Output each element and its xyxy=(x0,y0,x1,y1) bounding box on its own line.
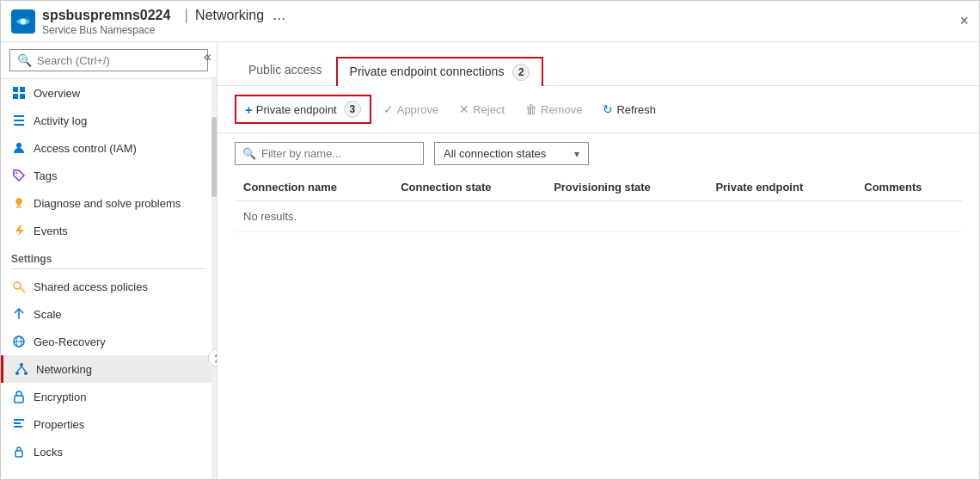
service-bus-icon xyxy=(11,9,35,34)
settings-section-label: Settings xyxy=(1,244,217,268)
sidebar-item-label: Shared access policies xyxy=(34,280,148,293)
properties-icon xyxy=(11,416,27,432)
bolt-icon xyxy=(11,223,27,238)
filter-search-icon: 🔍 xyxy=(242,147,256,160)
resource-name: spsbuspremns0224 xyxy=(42,8,170,23)
collapse-button[interactable]: « xyxy=(204,49,211,65)
svg-rect-25 xyxy=(14,426,22,428)
search-input[interactable] xyxy=(37,54,200,67)
filter-row: 🔍 All connection states ▾ xyxy=(217,133,979,174)
reject-icon: ✕ xyxy=(459,102,469,116)
sidebar-item-label: Events xyxy=(34,225,68,237)
remove-button[interactable]: 🗑 Remove xyxy=(517,98,591,120)
svg-point-19 xyxy=(24,372,28,375)
lock-icon xyxy=(11,389,27,404)
content-area: 🔍 « Overview Activity log xyxy=(1,42,979,479)
step-3-badge: 3 xyxy=(344,101,361,118)
close-button[interactable]: × xyxy=(959,12,969,30)
page-header: Public access Private endpoint connectio… xyxy=(217,42,979,86)
svg-rect-24 xyxy=(14,422,21,424)
globe-icon xyxy=(11,334,27,349)
sidebar-item-label: Locks xyxy=(34,446,63,458)
sidebar-item-label: Encryption xyxy=(34,391,86,403)
svg-rect-23 xyxy=(14,419,24,421)
sidebar-scrollbar[interactable] xyxy=(211,77,217,479)
approve-icon: ✓ xyxy=(383,102,394,116)
sidebar-item-label: Access control (IAM) xyxy=(34,142,137,155)
more-button[interactable]: ... xyxy=(273,6,285,24)
sidebar-scroll: Overview Activity log Access control (IA… xyxy=(1,79,217,479)
toolbar: + Private endpoint 3 ✓ Approve ✕ Reject … xyxy=(217,86,979,133)
svg-rect-3 xyxy=(20,87,25,92)
col-provisioning-state: Provisioning state xyxy=(545,174,707,201)
sidebar-item-activity-log[interactable]: Activity log xyxy=(1,107,217,134)
col-connection-state: Connection state xyxy=(392,174,545,201)
service-label: Service Bus Namespace xyxy=(42,24,285,36)
reject-label: Reject xyxy=(473,103,505,116)
search-box[interactable]: 🔍 xyxy=(9,49,208,71)
svg-rect-5 xyxy=(20,94,25,99)
sidebar-item-tags[interactable]: Tags xyxy=(1,162,217,189)
sidebar-item-events[interactable]: Events xyxy=(1,217,217,244)
filter-by-name-input[interactable] xyxy=(261,147,416,160)
title-separator: | xyxy=(184,6,188,24)
approve-label: Approve xyxy=(397,103,438,116)
scale-icon xyxy=(11,306,27,322)
sidebar-item-label: Networking xyxy=(36,363,92,376)
sidebar-item-networking[interactable]: Networking xyxy=(1,355,217,383)
svg-point-9 xyxy=(16,143,21,148)
sidebar-item-label: Tags xyxy=(34,169,57,182)
scrollbar-thumb[interactable] xyxy=(211,117,217,198)
sidebar-item-diagnose[interactable]: Diagnose and solve problems xyxy=(1,189,217,217)
title-bar: spsbuspremns0224 | Networking ... Servic… xyxy=(1,1,979,42)
trash-icon: 🗑 xyxy=(525,102,537,116)
add-private-endpoint-button[interactable]: + Private endpoint 3 xyxy=(235,95,371,124)
svg-rect-6 xyxy=(14,115,24,117)
step-1-badge: 1 xyxy=(208,348,217,367)
sidebar-item-label: Scale xyxy=(34,308,62,321)
no-results-cell: No results. xyxy=(235,201,962,232)
sidebar-item-label: Geo-Recovery xyxy=(34,335,106,348)
refresh-icon: ↻ xyxy=(603,102,613,116)
sidebar-item-encryption[interactable]: Encryption xyxy=(1,383,217,410)
svg-point-1 xyxy=(21,19,26,24)
main-window: spsbuspremns0224 | Networking ... Servic… xyxy=(0,0,980,480)
tab-public-access[interactable]: Public access xyxy=(235,56,336,85)
svg-rect-22 xyxy=(15,396,23,403)
add-private-endpoint-label: Private endpoint xyxy=(256,103,337,116)
title-bar-top-row: spsbuspremns0224 | Networking ... xyxy=(42,6,285,24)
sidebar-item-label: Properties xyxy=(34,418,84,431)
sidebar-item-geo-recovery[interactable]: Geo-Recovery xyxy=(1,328,217,355)
table-container: Connection name Connection state Provisi… xyxy=(217,174,979,479)
grid-icon xyxy=(11,85,27,101)
svg-rect-11 xyxy=(16,206,21,208)
svg-line-13 xyxy=(20,287,25,292)
sidebar-item-label: Overview xyxy=(34,87,80,100)
approve-button[interactable]: ✓ Approve xyxy=(375,98,447,120)
svg-rect-8 xyxy=(14,124,24,126)
search-icon: 🔍 xyxy=(17,53,32,67)
chevron-down-icon: ▾ xyxy=(574,148,579,160)
sidebar-item-shared-access[interactable]: Shared access policies xyxy=(1,273,217,300)
tab-bar: Public access Private endpoint connectio… xyxy=(235,56,962,85)
sidebar-item-overview[interactable]: Overview xyxy=(1,79,217,107)
svg-point-17 xyxy=(20,363,23,366)
remove-label: Remove xyxy=(541,103,582,116)
refresh-button[interactable]: ↻ Refresh xyxy=(594,98,665,120)
filter-input-container[interactable]: 🔍 xyxy=(235,142,424,165)
col-connection-name: Connection name xyxy=(235,174,392,201)
tag-icon xyxy=(11,168,27,183)
svg-rect-2 xyxy=(13,87,18,92)
sidebar-item-access-control[interactable]: Access control (IAM) xyxy=(1,134,217,162)
svg-rect-4 xyxy=(13,94,18,99)
main-content: Public access Private endpoint connectio… xyxy=(217,42,979,479)
sidebar-item-locks[interactable]: Locks xyxy=(1,438,217,465)
page-title: Networking xyxy=(195,8,264,23)
reject-button[interactable]: ✕ Reject xyxy=(450,98,513,120)
connection-state-dropdown[interactable]: All connection states ▾ xyxy=(434,142,589,165)
lock2-icon xyxy=(11,444,27,459)
svg-point-10 xyxy=(15,172,17,174)
sidebar-item-scale[interactable]: Scale xyxy=(1,300,217,328)
tab-private-endpoint[interactable]: Private endpoint connections 2 xyxy=(336,57,544,86)
sidebar-item-properties[interactable]: Properties xyxy=(1,410,217,438)
